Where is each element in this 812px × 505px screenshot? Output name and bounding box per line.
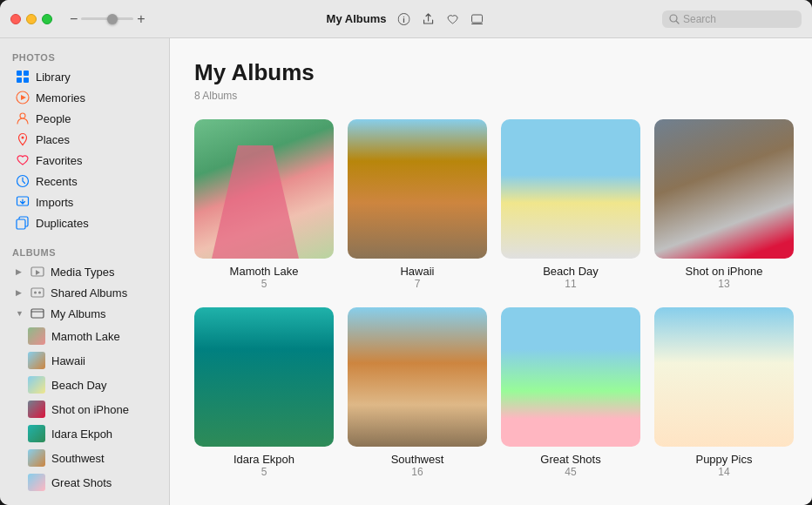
close-button[interactable] [10,14,21,24]
southwest-thumb [28,449,45,467]
favorites-label: Favorites [36,154,82,167]
hawaii-subitem-label: Hawaii [51,354,85,367]
sidebar-item-library[interactable]: Library [3,66,166,87]
search-input[interactable] [683,13,788,25]
duplicates-icon [16,216,30,230]
shared-albums-label: Shared Albums [51,286,127,300]
sidebar-item-favorites[interactable]: Favorites [3,150,166,171]
svg-point-11 [22,137,24,139]
beach-day-subitem-label: Beach Day [51,379,107,392]
info-icon[interactable]: i [395,10,412,28]
my-albums-icon [30,306,44,320]
album-count-puppy-pics: 14 [718,466,729,478]
slideshow-icon[interactable] [468,10,485,28]
search-area[interactable] [662,10,802,28]
svg-rect-2 [471,15,482,23]
album-thumbnail-mamoth-lake [194,119,334,259]
mamoth-lake-thumb [28,327,45,345]
zoom-slider-track[interactable] [81,17,133,20]
album-count-shot-on-iphone: 13 [718,278,729,290]
recents-label: Recents [36,175,78,188]
album-name-puppy-pics: Puppy Pics [695,453,752,466]
albums-section-header: Albums [0,240,169,261]
sidebar-item-duplicates[interactable]: Duplicates [3,212,166,233]
svg-rect-5 [24,71,29,76]
album-thumbnail-beach-day [501,119,640,259]
my-albums-label: My Albums [51,307,106,320]
duplicates-label: Duplicates [36,217,89,230]
shot-on-iphone-thumb [28,401,45,418]
svg-point-19 [38,292,41,294]
sidebar-group-shared-albums[interactable]: ▶ Shared Albums [3,282,166,303]
great-shots-subitem-label: Great Shots [51,476,112,489]
svg-rect-7 [24,77,29,83]
album-item-southwest[interactable]: Southwest16 [348,307,487,478]
svg-rect-4 [17,71,22,76]
content-area: My Albums 8 Albums Mamoth Lake5Hawaii7Be… [170,38,812,505]
share-icon[interactable] [419,10,436,28]
places-label: Places [36,133,70,146]
maximize-button[interactable] [42,14,52,24]
album-name-beach-day: Beach Day [543,265,599,278]
album-thumbnail-southwest [348,307,487,447]
sidebar-subitem-mamoth-lake[interactable]: Mamoth Lake [3,324,166,348]
media-types-label: Media Types [51,266,114,279]
album-thumbnail-puppy-pics [654,307,794,447]
album-item-puppy-pics[interactable]: Puppy Pics14 [654,307,794,478]
shared-albums-icon [30,286,44,300]
sidebar-group-media-types[interactable]: ▶ Media Types [3,261,166,282]
album-count-mamoth-lake: 5 [261,278,267,290]
recents-icon [16,174,30,188]
album-item-great-shots[interactable]: Great Shots45 [501,307,640,478]
shot-on-iphone-subitem-label: Shot on iPhone [51,403,129,416]
people-label: People [36,112,71,125]
photos-section-header: Photos [0,45,169,66]
album-item-mamoth-lake[interactable]: Mamoth Lake5 [194,119,334,290]
imports-label: Imports [36,196,73,209]
heart-icon[interactable] [443,10,461,28]
album-thumbnail-great-shots [501,307,640,447]
sidebar-item-recents[interactable]: Recents [3,171,166,192]
chevron-right-icon-shared: ▶ [16,288,24,297]
album-item-shot-on-iphone[interactable]: Shot on iPhone13 [654,119,794,290]
sidebar-subitem-southwest[interactable]: Southwest [3,446,166,470]
sidebar-item-people[interactable]: People [3,108,166,129]
memories-label: Memories [36,91,85,104]
album-item-idara-ekpoh[interactable]: Idara Ekpoh5 [194,307,334,478]
sidebar-subitem-great-shots[interactable]: Great Shots [3,470,166,495]
sidebar-item-places[interactable]: Places [3,129,166,150]
svg-marker-9 [21,95,26,100]
page-title: My Albums [194,59,788,86]
zoom-out-button[interactable]: − [70,11,78,27]
zoom-in-button[interactable]: + [137,11,145,27]
sidebar-subitem-idara-ekpoh[interactable]: Idara Ekpoh [3,421,166,446]
sidebar-subitem-hawaii[interactable]: Hawaii [3,348,166,373]
minimize-button[interactable] [26,14,37,24]
southwest-subitem-label: Southwest [51,452,105,465]
library-icon [16,70,30,84]
media-types-icon [30,265,44,279]
svg-rect-6 [17,77,22,83]
zoom-slider-area: − + [70,11,145,27]
album-count-southwest: 16 [411,466,423,478]
svg-point-10 [20,113,25,118]
sidebar-group-my-albums[interactable]: ▼ My Albums [3,303,166,324]
album-thumbnail-shot-on-iphone [654,119,794,259]
sidebar-subitem-beach-day[interactable]: Beach Day [3,373,166,397]
album-name-idara-ekpoh: Idara Ekpoh [233,453,294,466]
album-name-southwest: Southwest [391,453,444,466]
album-item-beach-day[interactable]: Beach Day11 [501,119,640,290]
album-name-mamoth-lake: Mamoth Lake [230,265,299,278]
album-thumbnail-idara-ekpoh [194,307,334,447]
album-item-hawaii[interactable]: Hawaii7 [348,119,487,290]
album-count-subtitle: 8 Albums [194,90,788,102]
album-count-hawaii: 7 [415,278,421,290]
svg-point-18 [34,292,37,294]
chevron-down-icon: ▼ [16,309,24,318]
sidebar-subitem-shot-on-iphone[interactable]: Shot on iPhone [3,397,166,421]
library-label: Library [36,71,71,84]
sidebar-item-imports[interactable]: Imports [3,192,166,212]
window-title: My Albums [327,12,387,25]
zoom-slider-thumb[interactable] [107,14,118,24]
sidebar-item-memories[interactable]: Memories [3,87,166,108]
